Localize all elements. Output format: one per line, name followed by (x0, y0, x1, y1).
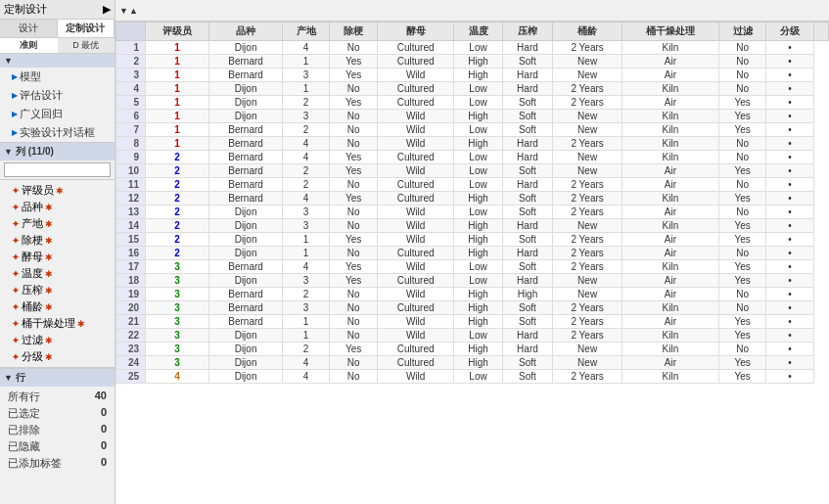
cell-grade: • (766, 219, 814, 233)
cell-filter: Yes (718, 123, 766, 137)
cell-barrel-age: New (553, 151, 622, 164)
col-header-filter[interactable]: 过滤 (718, 23, 766, 41)
cell-variety: Bernard (209, 164, 283, 178)
tab-design[interactable]: 设计 (0, 20, 58, 37)
table-row[interactable]: 11Dijon4NoCulturedLowHard2 YearsKilnNo• (116, 41, 829, 55)
cell-grade: • (766, 82, 814, 96)
cell-barrel-age: New (553, 55, 622, 69)
design-section-header[interactable]: ▼ (0, 54, 115, 68)
col-item-press[interactable]: ✦ 压榨 ✱ (0, 282, 115, 298)
cell-variety: Dijon (209, 356, 283, 370)
col-item-origin[interactable]: ✦ 产地 ✱ (0, 215, 115, 232)
col-header-origin[interactable]: 产地 (282, 23, 330, 41)
table-row[interactable]: 31Bernard3YesWildHighHardNewAirNo• (116, 69, 829, 82)
col-header-yeast[interactable]: 酵母 (377, 23, 453, 41)
dropdown-arrow-icon[interactable]: ▼ (119, 6, 128, 16)
table-row[interactable]: 122Bernard4YesCulturedHighSoft2 YearsKil… (116, 192, 829, 206)
table-row[interactable]: 41Dijon1NoCulturedLowHard2 YearsKilnNo• (116, 82, 829, 96)
cell-grade: • (766, 329, 814, 343)
table-row[interactable]: 233Dijon2YesCulturedHighHardNewKilnNo• (116, 343, 829, 356)
tab-custom-design[interactable]: 定制设计 (58, 20, 115, 37)
cell-variety: Bernard (209, 192, 283, 206)
cell-taster: 3 (146, 343, 209, 356)
table-row[interactable]: 243Dijon4NoCulturedHighSoftNewAirYes• (116, 356, 829, 370)
table-row[interactable]: 112Bernard2NoCulturedLowHard2 YearsAirNo… (116, 178, 829, 192)
cell-filter: No (718, 343, 766, 356)
col-item-temp[interactable]: ✦ 温度 ✱ (0, 265, 115, 282)
table-row[interactable]: 152Dijon1YesWildHighSoft2 YearsAirYes• (116, 233, 829, 247)
table-row[interactable]: 183Dijon3YesCulturedLowHardNewAirYes• (116, 274, 829, 288)
cell-barrel-dry: Air (622, 206, 719, 219)
col-item-grade[interactable]: ✦ 分级 ✱ (0, 348, 115, 365)
cell-origin: 1 (282, 329, 330, 343)
col-item-yeast[interactable]: ✦ 酵母 ✱ (0, 249, 115, 265)
table-row[interactable]: 92Bernard4YesCulturedLowHardNewKilnNo• (116, 151, 829, 164)
sidebar-item-eval[interactable]: ▶ 评估设计 (0, 86, 115, 105)
table-row[interactable]: 51Dijon2YesCulturedLowSoft2 YearsAirYes• (116, 96, 829, 110)
col-item-barrel-dry[interactable]: ✦ 桶干燥处理 ✱ (0, 315, 115, 332)
subtab-criteria[interactable]: 准则 (0, 38, 58, 53)
col-header-grade[interactable]: 分级 (766, 23, 814, 41)
col-item-variety[interactable]: ✦ 品种 ✱ (0, 199, 115, 215)
col-item-destem[interactable]: ✦ 除梗 ✱ (0, 232, 115, 249)
sidebar-item-dialog[interactable]: ▶ 实验设计对话框 (0, 123, 115, 142)
cell-variety: Dijon (209, 274, 283, 288)
table-row[interactable]: 223Dijon1NoWildLowHard2 YearsKilnYes• (116, 329, 829, 343)
col-header-variety[interactable]: 品种 (209, 23, 283, 41)
cell-press: Soft (502, 110, 552, 123)
table-row[interactable]: 254Dijon4NoWildLowSoft2 YearsKilnYes• (116, 370, 829, 384)
table-row[interactable]: 81Bernard4NoWildHighHard2 YearsKilnNo• (116, 137, 829, 151)
sidebar-sub-tabs: 准则 D 最优 (0, 38, 115, 54)
cell-origin: 1 (282, 315, 330, 329)
rows-section-header[interactable]: ▼ 行 (0, 369, 115, 387)
cell-press: Soft (502, 356, 552, 370)
table-row[interactable]: 71Bernard2NoWildLowSoftNewKilnYes• (116, 123, 829, 137)
table-row[interactable]: 102Bernard2YesWildLowSoftNewAirYes• (116, 164, 829, 178)
cell-barrel-age: 2 Years (553, 137, 622, 151)
table-row[interactable]: 193Bernard2NoWildHighHighNewAirNo• (116, 288, 829, 301)
cell-taster: 2 (146, 192, 209, 206)
col-header-barrel-age[interactable]: 桶龄 (553, 23, 622, 41)
table-row[interactable]: 21Bernard1YesCulturedHighSoftNewAirNo• (116, 55, 829, 69)
cell-grade: • (766, 274, 814, 288)
table-row[interactable]: 203Bernard3NoCulturedHighSoft2 YearsKiln… (116, 301, 829, 315)
table-row[interactable]: 162Dijon1NoCulturedHighHard2 YearsAirNo• (116, 247, 829, 260)
cell-grade: • (766, 233, 814, 247)
cell-filter: Yes (718, 329, 766, 343)
sidebar-arrow[interactable]: ▶ (103, 3, 111, 16)
sidebar-item-generalized[interactable]: ▶ 广义回归 (0, 105, 115, 123)
table-row[interactable]: 173Bernard4YesWildLowSoft2 YearsKilnYes• (116, 260, 829, 274)
cell-variety: Dijon (209, 110, 283, 123)
cell-destem: No (330, 137, 378, 151)
cell-press: Hard (502, 274, 552, 288)
cell-filter: Yes (718, 96, 766, 110)
cell-taster: 2 (146, 164, 209, 178)
subtab-d-optimal[interactable]: D 最优 (58, 38, 115, 53)
col-header-temp[interactable]: 温度 (454, 23, 503, 41)
col-item-barrel-age[interactable]: ✦ 桶龄 ✱ (0, 298, 115, 315)
bullet-icon: ▶ (12, 91, 18, 100)
col-item-filter[interactable]: ✦ 过滤 ✱ (0, 332, 115, 348)
cell-press: Soft (502, 315, 552, 329)
col-header-barrel-dry[interactable]: 桶干燥处理 (622, 23, 719, 41)
col-header-destem[interactable]: 除梗 (330, 23, 378, 41)
cell-barrel-age: New (553, 164, 622, 178)
cell-barrel-age: 2 Years (553, 301, 622, 315)
table-row[interactable]: 132Dijon3NoWildLowSoft2 YearsAirNo• (116, 206, 829, 219)
dropdown-arrow-icon2[interactable]: ▲ (129, 6, 138, 16)
cell-rownum: 15 (116, 233, 146, 247)
cell-rownum: 19 (116, 288, 146, 301)
cell-temp: Low (454, 178, 503, 192)
col-header-taster[interactable]: 评级员 (146, 23, 209, 41)
col-item-taster[interactable]: ✦ 评级员 ✱ (0, 182, 115, 199)
column-search-input[interactable] (4, 162, 111, 177)
table-row[interactable]: 61Dijon3NoWildHighSoftNewKilnYes• (116, 110, 829, 123)
cell-temp: High (454, 247, 503, 260)
table-row[interactable]: 213Bernard1NoWildHighSoft2 YearsAirYes• (116, 315, 829, 329)
sidebar-item-model[interactable]: ▶ 模型 (0, 68, 115, 86)
columns-section-header[interactable]: ▼ 列 (11/0) (0, 143, 115, 160)
table-row[interactable]: 142Dijon3NoWildHighHardNewKilnYes• (116, 219, 829, 233)
col-header-press[interactable]: 压榨 (502, 23, 552, 41)
col-header-rownum[interactable] (116, 23, 146, 41)
cell-yeast: Wild (377, 329, 453, 343)
